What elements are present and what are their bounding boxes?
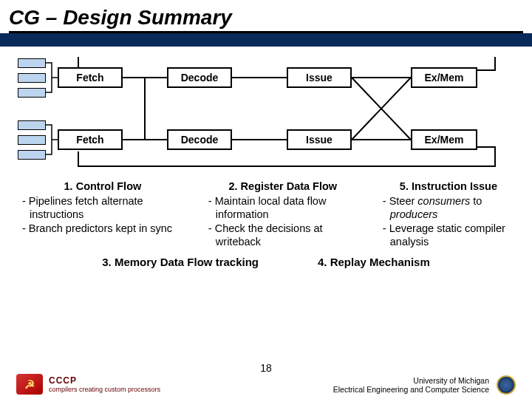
block-replay-mechanism: 4. Replay Mechanism xyxy=(318,255,430,270)
text-blocks-row1: 1. Control Flow - Pipelines fetch altern… xyxy=(0,175,532,249)
title-area: CG – Design Summary xyxy=(0,0,532,33)
footer: CCCP compilers creating custom processor… xyxy=(0,374,532,395)
stage-issue: Issue xyxy=(287,129,352,150)
slide-title: CG – Design Summary xyxy=(9,6,523,30)
header-bar xyxy=(0,33,532,47)
block-line: - Maintain local data flow information xyxy=(201,194,365,222)
stage-exmem: Ex/Mem xyxy=(411,67,477,88)
text-italic: producers xyxy=(390,208,437,220)
block-control-flow: 1. Control Flow - Pipelines fetch altern… xyxy=(15,180,191,249)
block-line: - Steer consumers to producers xyxy=(375,194,522,222)
cccp-logo-icon xyxy=(16,374,43,395)
block-title: 4. Replay Mechanism xyxy=(318,255,430,269)
footer-acronym: CCCP xyxy=(49,375,160,386)
text: to xyxy=(470,195,482,207)
block-instruction-issue: 5. Instruction Issue - Steer consumers t… xyxy=(375,180,522,249)
stage-exmem: Ex/Mem xyxy=(411,129,477,150)
stage-fetch: Fetch xyxy=(58,129,123,150)
footer-tagline: compilers creating custom processors xyxy=(49,386,160,393)
text-blocks-row2: 3. Memory Data Flow tracking 4. Replay M… xyxy=(0,249,532,270)
pipeline-diagram: Fetch Decode Issue Ex/Mem Fetch Decode I… xyxy=(7,57,525,175)
block-register-data-flow: 2. Register Data Flow - Maintain local d… xyxy=(201,180,365,249)
block-title: 3. Memory Data Flow tracking xyxy=(102,255,259,269)
block-line: - Branch predictors kept in sync xyxy=(15,222,191,236)
block-line: - Pipelines fetch alternate instructions xyxy=(15,194,191,222)
block-memory-data-flow: 3. Memory Data Flow tracking xyxy=(102,255,259,270)
text: - Steer xyxy=(383,195,418,207)
stage-issue: Issue xyxy=(287,67,352,88)
um-seal-icon xyxy=(497,375,516,395)
block-title: 5. Instruction Issue xyxy=(375,180,522,194)
block-line: - Check the decisions at writeback xyxy=(201,222,365,249)
block-title: 2. Register Data Flow xyxy=(201,180,365,194)
text-italic: consumers xyxy=(417,195,470,207)
stage-decode: Decode xyxy=(167,67,232,88)
page-number: 18 xyxy=(260,362,272,374)
footer-department: Electrical Engineering and Computer Scie… xyxy=(333,385,489,394)
footer-right: University of Michigan Electrical Engine… xyxy=(333,375,516,395)
footer-left: CCCP compilers creating custom processor… xyxy=(16,374,160,395)
block-title: 1. Control Flow xyxy=(15,180,191,194)
stage-fetch: Fetch xyxy=(58,67,123,88)
stage-decode: Decode xyxy=(167,129,232,150)
block-line: - Leverage static compiler analysis xyxy=(375,222,522,249)
footer-university: University of Michigan xyxy=(333,376,489,385)
